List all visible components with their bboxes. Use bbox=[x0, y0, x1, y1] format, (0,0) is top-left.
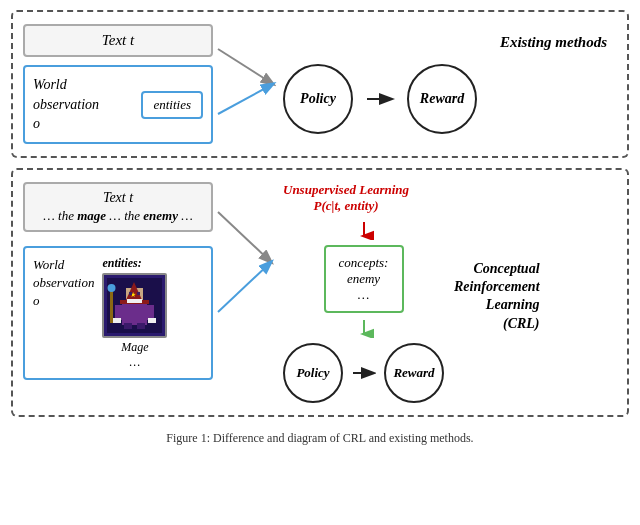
green-arrow-svg bbox=[354, 318, 374, 338]
reward-label-bottom: Reward bbox=[393, 365, 434, 381]
concepts-ellipsis: … bbox=[338, 287, 390, 303]
reward-circle-top: Reward bbox=[407, 64, 477, 134]
svg-rect-18 bbox=[113, 318, 121, 323]
text-content-bottom: … the mage … the enemy … bbox=[35, 208, 201, 224]
world-label: World bbox=[33, 75, 67, 95]
world-box-bottom: World observation o entities: bbox=[23, 246, 213, 380]
concepts-box: concepts: enemy … bbox=[324, 245, 404, 313]
unsupervised-line1: Unsupervised Learning bbox=[283, 182, 409, 198]
svg-rect-10 bbox=[137, 292, 140, 295]
entities-label-top: entities bbox=[153, 97, 191, 112]
mage-label: Mage bbox=[102, 340, 167, 355]
policy-circle-bottom: Policy bbox=[283, 343, 343, 403]
svg-line-21 bbox=[218, 262, 271, 312]
reward-label-top: Reward bbox=[420, 91, 464, 107]
text-box-bottom: Text t … the mage … the enemy … bbox=[23, 182, 213, 232]
svg-rect-13 bbox=[146, 305, 154, 320]
policy-label-bottom: Policy bbox=[296, 365, 329, 381]
concepts-item: enemy bbox=[338, 271, 390, 287]
svg-rect-4 bbox=[122, 303, 147, 325]
svg-line-20 bbox=[218, 212, 271, 262]
svg-rect-16 bbox=[124, 323, 132, 329]
top-panel-content: Text t World observation o entities bbox=[23, 24, 617, 144]
bottom-middle-arrows bbox=[213, 182, 278, 382]
policy-label-top: Policy bbox=[300, 91, 336, 107]
world-label-bottom: World bbox=[33, 256, 94, 274]
concepts-column: concepts: enemy … bbox=[283, 220, 444, 403]
top-arrows bbox=[213, 24, 283, 144]
unsupervised-line2: P(c|t, entity) bbox=[283, 198, 409, 214]
entities-label-bottom: entities: bbox=[102, 256, 167, 271]
svg-rect-12 bbox=[115, 305, 123, 320]
svg-rect-14 bbox=[110, 288, 113, 323]
red-arrow-svg bbox=[354, 220, 374, 240]
top-panel: Text t World observation o entities bbox=[11, 10, 629, 158]
bottom-circles: Policy Reward bbox=[283, 343, 444, 403]
reward-circle-bottom: Reward bbox=[384, 343, 444, 403]
world-box-top: World observation o entities bbox=[23, 65, 213, 144]
ellipsis-bottom: … bbox=[102, 355, 167, 370]
existing-methods-label: Existing methods bbox=[500, 34, 607, 51]
observation-label: observation bbox=[33, 95, 99, 115]
policy-reward-arrow-top bbox=[365, 84, 395, 114]
figure-caption: Figure 1: Difference and diagram of CRL … bbox=[11, 431, 629, 446]
text-t-label-bottom: Text t bbox=[35, 190, 201, 206]
entity-image-area: entities: bbox=[102, 256, 167, 370]
text-box-top: Text t bbox=[23, 24, 213, 57]
world-obs-text: World observation o bbox=[33, 75, 99, 134]
policy-circle-top: Policy bbox=[283, 64, 353, 134]
main-container: Text t World observation o entities bbox=[11, 10, 629, 446]
svg-line-0 bbox=[218, 49, 273, 84]
top-left-section: Text t World observation o entities bbox=[23, 24, 213, 144]
world-obs-text-bottom: World observation o bbox=[33, 256, 94, 311]
text-t-label: Text t bbox=[102, 32, 134, 48]
entities-box-top: entities bbox=[141, 91, 203, 119]
svg-rect-19 bbox=[148, 318, 156, 323]
concepts-label: concepts: bbox=[338, 255, 390, 271]
observation-label-bottom: observation bbox=[33, 274, 94, 292]
bottom-right-section: Unsupervised Learning P(c|t, entity) bbox=[278, 182, 617, 403]
svg-rect-9 bbox=[129, 292, 132, 295]
bottom-left-section: Text t … the mage … the enemy … World ob… bbox=[23, 182, 213, 380]
concepts-and-crl: concepts: enemy … bbox=[283, 220, 617, 403]
policy-reward-arrow-bottom bbox=[351, 363, 376, 383]
svg-rect-11 bbox=[127, 299, 142, 303]
bottom-panel-content: Text t … the mage … the enemy … World ob… bbox=[23, 182, 617, 403]
mage-sprite-svg: ★ bbox=[107, 278, 162, 333]
crl-label: Conceptual Reinforcement Learning (CRL) bbox=[454, 260, 540, 333]
svg-line-1 bbox=[218, 84, 273, 114]
enemy-word: enemy bbox=[143, 208, 178, 223]
bottom-arrows-svg bbox=[213, 182, 278, 382]
svg-point-15 bbox=[108, 284, 116, 292]
mage-image-box: ★ bbox=[102, 273, 167, 338]
svg-rect-17 bbox=[137, 323, 145, 329]
mage-word: mage bbox=[77, 208, 106, 223]
unsupervised-label: Unsupervised Learning P(c|t, entity) bbox=[283, 182, 409, 214]
o-label-bottom: o bbox=[33, 292, 94, 310]
o-label: o bbox=[33, 114, 40, 134]
top-arrows-svg bbox=[213, 29, 283, 139]
bottom-panel: Text t … the mage … the enemy … World ob… bbox=[11, 168, 629, 417]
